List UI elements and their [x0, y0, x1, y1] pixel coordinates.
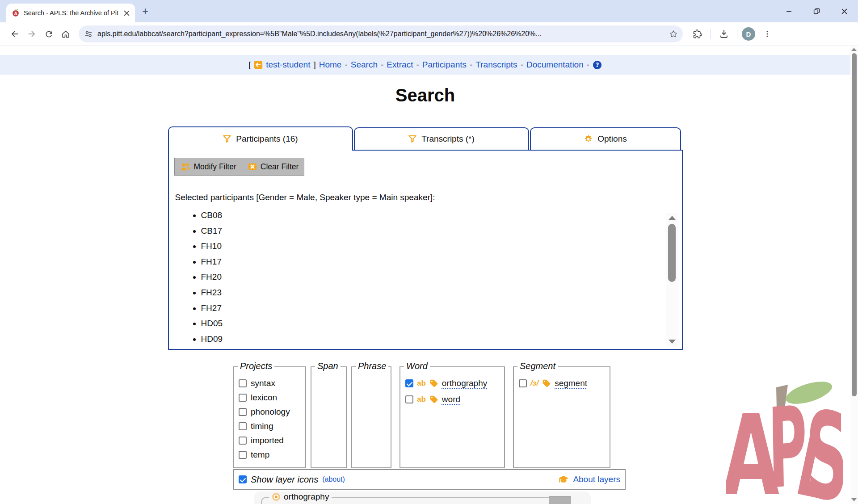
- layer-type-badge: ab: [417, 379, 426, 388]
- project-option-imported[interactable]: imported: [239, 433, 305, 448]
- restore-button[interactable]: [803, 0, 830, 22]
- page-scrollbar-thumb[interactable]: [852, 53, 857, 396]
- nav-user-link[interactable]: test-student: [266, 60, 310, 70]
- lexicon-checkbox[interactable]: [239, 394, 247, 402]
- show-layer-icons-label: Show layer icons: [251, 475, 318, 485]
- modify-filter-button[interactable]: Modify Filter: [174, 158, 242, 176]
- nav-link-participants[interactable]: Participants: [422, 60, 467, 70]
- page-scrollbar[interactable]: [850, 46, 858, 504]
- browser-toolbar: apls.pitt.edu/labbcat/search?participant…: [0, 22, 858, 46]
- fieldset-legend: Word: [404, 361, 430, 371]
- show-layer-icons-checkbox[interactable]: [239, 475, 247, 483]
- participant-item: FH27: [201, 301, 223, 316]
- tab-participants[interactable]: Participants (16): [168, 126, 353, 151]
- url-text[interactable]: apls.pitt.edu/labbcat/search?participant…: [97, 30, 662, 38]
- about-link[interactable]: (about): [322, 475, 345, 483]
- profile-avatar[interactable]: D: [742, 27, 755, 41]
- project-option-temp[interactable]: temp: [239, 448, 305, 462]
- option-label: temp: [251, 450, 269, 460]
- close-window-button[interactable]: [830, 0, 858, 22]
- participants-scrollbar[interactable]: [666, 213, 678, 346]
- new-tab-button[interactable]: +: [139, 6, 151, 17]
- fieldset-span: Span: [311, 366, 347, 468]
- nav-link-extract[interactable]: Extract: [387, 60, 413, 70]
- about-layers-link[interactable]: About layers: [573, 475, 620, 484]
- phonology-checkbox[interactable]: [239, 408, 247, 416]
- layer-type-badge: ab: [417, 395, 426, 404]
- timing-checkbox[interactable]: [239, 422, 247, 430]
- search-matrix-panel: orthography: [254, 491, 591, 504]
- extensions-button[interactable]: [689, 25, 706, 42]
- nav-link-documentation[interactable]: Documentation: [526, 60, 584, 70]
- option-label: imported: [251, 436, 284, 445]
- layer-link-segment[interactable]: segment: [555, 378, 587, 388]
- fieldset-legend: Segment: [517, 361, 558, 371]
- scroll-up-arrow[interactable]: [851, 48, 857, 51]
- nav-link-home[interactable]: Home: [319, 60, 342, 70]
- browser-tab[interactable]: A Search - APLS: the Archive of Pit: [6, 4, 135, 22]
- nav-separator: -: [470, 60, 472, 70]
- scroll-down-arrow[interactable]: [851, 498, 857, 501]
- fieldset-word: Word ab orthography ab: [400, 366, 505, 468]
- segment-checkbox[interactable]: [519, 379, 527, 387]
- project-option-lexicon[interactable]: lexicon: [239, 391, 305, 405]
- browser-menu-button[interactable]: [759, 25, 776, 42]
- option-label: phonology: [251, 407, 290, 417]
- help-icon[interactable]: ?: [593, 60, 602, 70]
- layer-link-orthography[interactable]: orthography: [442, 378, 487, 388]
- matrix-button[interactable]: [549, 496, 571, 504]
- forward-button[interactable]: [23, 25, 40, 42]
- svg-text:A: A: [14, 12, 17, 16]
- people-icon: [180, 162, 191, 171]
- page-content: [ test-student ] Home - Search - Extract…: [0, 46, 858, 504]
- layer-row-segment: /ɜ/ segment: [519, 375, 610, 391]
- scroll-up-arrow[interactable]: [669, 216, 676, 220]
- option-label: lexicon: [251, 393, 277, 403]
- filter-funnel-icon: [223, 134, 231, 143]
- layer-link-word[interactable]: word: [442, 395, 460, 404]
- scrollbar-thumb[interactable]: [668, 224, 676, 282]
- scroll-down-arrow[interactable]: [669, 340, 676, 344]
- temp-checkbox[interactable]: [239, 451, 247, 459]
- downloads-button[interactable]: [715, 25, 732, 42]
- home-button[interactable]: [57, 25, 74, 42]
- nav-link-transcripts[interactable]: Transcripts: [475, 60, 517, 70]
- minimize-button[interactable]: [775, 0, 803, 22]
- participant-item: FH23: [201, 285, 223, 301]
- project-option-timing[interactable]: timing: [239, 419, 305, 433]
- clear-filter-button[interactable]: Clear Filter: [242, 158, 305, 176]
- project-option-phonology[interactable]: phonology: [239, 405, 305, 419]
- project-option-syntax[interactable]: syntax: [239, 376, 305, 391]
- nav-separator: -: [416, 60, 419, 70]
- url-bar[interactable]: apls.pitt.edu/labbcat/search?participant…: [79, 25, 683, 42]
- imported-checkbox[interactable]: [239, 437, 247, 445]
- back-button[interactable]: [6, 25, 23, 42]
- syntax-checkbox[interactable]: [239, 379, 247, 387]
- favicon-apls-icon: A: [12, 9, 20, 17]
- participants-panel: Modify Filter Clear Filter Selected part…: [168, 150, 683, 350]
- tag-icon: [429, 395, 438, 404]
- orthography-checkbox[interactable]: [405, 379, 413, 387]
- nav-separator: -: [381, 60, 383, 70]
- search-tabs: Participants (16) Transcripts (*): [168, 126, 683, 150]
- page-title: Search: [0, 85, 850, 105]
- site-settings-icon[interactable]: [84, 29, 93, 38]
- word-checkbox[interactable]: [405, 395, 413, 403]
- tag-icon: [429, 379, 438, 388]
- logout-icon[interactable]: [254, 60, 263, 69]
- svg-text:S: S: [806, 387, 843, 503]
- tag-icon: [542, 379, 551, 388]
- tab-options[interactable]: Options: [530, 127, 681, 150]
- gear-icon: [584, 134, 593, 144]
- matrix-legend-label: orthography: [284, 492, 329, 502]
- clear-x-icon: [248, 162, 257, 172]
- tab-transcripts[interactable]: Transcripts (*): [354, 127, 529, 150]
- bookmark-star-icon[interactable]: [667, 27, 680, 41]
- participant-item: FH10: [201, 239, 223, 254]
- toolbar-divider: [711, 29, 711, 39]
- nav-link-search[interactable]: Search: [351, 60, 378, 70]
- fieldset-legend: Span: [315, 361, 341, 371]
- tab-close-icon[interactable]: [124, 10, 130, 16]
- fieldset-segment: Segment /ɜ/ segment: [513, 366, 610, 468]
- reload-button[interactable]: [40, 25, 57, 42]
